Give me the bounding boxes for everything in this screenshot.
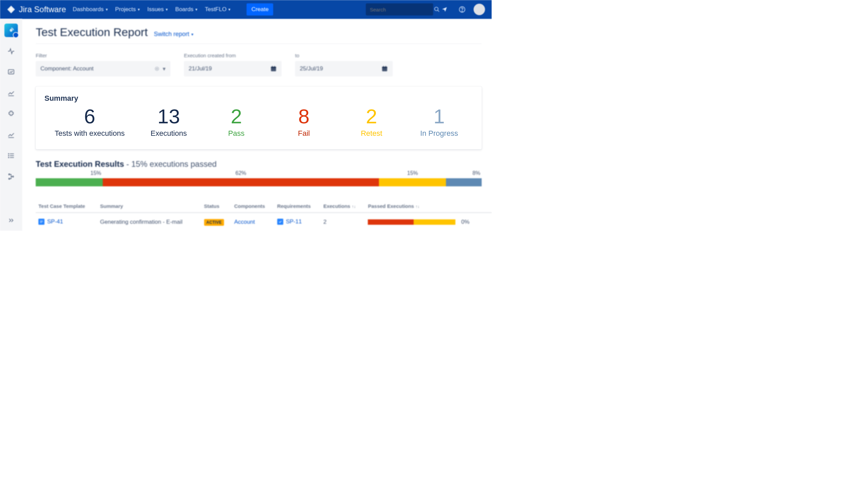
- nav-dashboards[interactable]: Dashboards▾: [73, 6, 108, 13]
- calendar-icon: [381, 65, 388, 72]
- nav-boards[interactable]: Boards▾: [175, 6, 197, 13]
- th-components[interactable]: Components: [231, 200, 274, 212]
- segment-pct: 15%: [407, 170, 418, 176]
- filter-value: Component: Account: [40, 65, 94, 72]
- chart-icon[interactable]: [4, 128, 18, 141]
- nav-issues[interactable]: Issues▾: [147, 6, 168, 13]
- segment-pct: 8%: [473, 170, 480, 176]
- segment-pct: 15%: [91, 170, 101, 176]
- svg-rect-19: [271, 67, 276, 68]
- chevron-down-icon: ▾: [191, 32, 193, 37]
- stat-value: 8: [280, 105, 327, 128]
- summary-stats-row: 6 Tests with executions13 Executions2 Pa…: [45, 105, 473, 138]
- date-to-input[interactable]: 25/Jul/19: [295, 61, 393, 76]
- svg-point-14: [13, 176, 14, 177]
- results-heading: Test Execution Results - 15% executions …: [36, 159, 492, 169]
- stat-label: Retest: [348, 129, 395, 138]
- stat-label: Pass: [213, 129, 260, 138]
- filter-label: Filter: [36, 53, 171, 58]
- stat-value: 2: [213, 105, 260, 128]
- chevron-down-icon: ▾: [163, 65, 166, 72]
- row-passed: 0%: [365, 212, 492, 231]
- date-to-field: to 25/Jul/19: [295, 53, 393, 76]
- th-passed[interactable]: Passed Executions↑↓: [365, 200, 492, 212]
- content-area: Test Execution Report Switch report ▾ Fi…: [22, 19, 492, 231]
- expand-sidebar-icon[interactable]: [7, 217, 15, 224]
- clear-icon[interactable]: [155, 66, 159, 71]
- hierarchy-icon[interactable]: [4, 170, 18, 183]
- summary-stat: 8 Fail: [280, 105, 327, 138]
- search-input[interactable]: [370, 7, 434, 13]
- th-requirements[interactable]: Requirements: [274, 200, 321, 212]
- date-to-value: 25/Jul/19: [300, 65, 323, 72]
- bar-segment-green: 15%: [36, 178, 103, 186]
- requirement-icon: [277, 219, 283, 225]
- bar-segment-amber: 15%: [379, 178, 446, 186]
- results-bar: 15%62%15%8%: [36, 178, 482, 186]
- page-title: Test Execution Report: [36, 25, 148, 39]
- th-summary[interactable]: Summary: [98, 200, 201, 212]
- stat-label: Tests with executions: [55, 129, 125, 138]
- svg-point-9: [8, 154, 9, 154]
- chevron-down-icon: ▾: [138, 7, 140, 12]
- addon-icon[interactable]: [4, 107, 18, 121]
- chevron-down-icon: ▾: [166, 7, 168, 12]
- reports-icon[interactable]: [4, 86, 18, 100]
- summary-stat: 6 Tests with executions: [55, 105, 125, 138]
- sort-icon: ↑↓: [415, 204, 419, 209]
- stat-value: 6: [55, 105, 125, 128]
- chevron-down-icon: ▾: [228, 7, 230, 12]
- nav-projects[interactable]: Projects▾: [115, 6, 140, 13]
- svg-rect-28: [40, 222, 42, 223]
- nav-items: Dashboards▾ Projects▾ Issues▾ Boards▾ Te…: [73, 3, 273, 16]
- th-tct[interactable]: Test Case Template: [36, 200, 98, 212]
- chevron-down-icon: ▾: [106, 7, 108, 12]
- bar-segment-red: 62%: [103, 178, 379, 186]
- app-switcher-icon[interactable]: [4, 23, 18, 37]
- passed-pct: 0%: [461, 219, 470, 225]
- nav-testflo[interactable]: TestFLO▾: [205, 6, 230, 13]
- filter-select[interactable]: Component: Account ▾: [36, 61, 171, 76]
- svg-point-11: [8, 157, 9, 158]
- summary-title: Summary: [45, 94, 473, 103]
- bar-segment-blue: 8%: [446, 178, 482, 186]
- page-header: Test Execution Report Switch report ▾: [36, 25, 482, 44]
- th-status[interactable]: Status: [201, 200, 232, 212]
- component-link[interactable]: Account: [234, 219, 255, 225]
- dashboard-icon[interactable]: [4, 65, 18, 79]
- product-name: Jira Software: [19, 5, 66, 14]
- mini-bar: [368, 219, 455, 225]
- left-sidebar: [0, 19, 22, 231]
- stat-label: In Progress: [415, 129, 463, 138]
- summary-stat: 13 Executions: [145, 105, 192, 138]
- calendar-icon: [270, 65, 277, 72]
- tct-key: SP-41: [47, 218, 63, 225]
- switch-report-link[interactable]: Switch report ▾: [154, 31, 193, 38]
- chevron-down-icon: ▾: [195, 7, 197, 12]
- th-executions[interactable]: Executions↑↓: [321, 200, 366, 212]
- results-table: Test Case Template Summary Status Compon…: [36, 200, 492, 231]
- row-summary: Generating confirmation - E-mail: [98, 212, 201, 231]
- row-executions: 2: [321, 212, 366, 231]
- sort-icon: ↑↓: [352, 204, 356, 209]
- date-from-input[interactable]: 21/Jul/19: [184, 61, 282, 76]
- create-button[interactable]: Create: [247, 3, 273, 16]
- svg-rect-23: [382, 67, 387, 68]
- svg-point-0: [435, 7, 438, 11]
- user-avatar[interactable]: [474, 4, 485, 15]
- svg-point-3: [462, 11, 462, 12]
- date-to-label: to: [295, 53, 393, 58]
- search-box[interactable]: [366, 3, 433, 16]
- activity-icon[interactable]: [4, 45, 18, 58]
- svg-rect-26: [40, 221, 43, 221]
- results-heading-bold: Test Execution Results: [36, 159, 124, 169]
- svg-rect-5: [8, 70, 14, 74]
- tct-link[interactable]: SP-41: [38, 218, 63, 225]
- list-icon[interactable]: [4, 149, 18, 163]
- help-icon[interactable]: [456, 3, 468, 16]
- stat-value: 2: [348, 105, 395, 128]
- notifications-icon[interactable]: [439, 3, 451, 16]
- product-logo[interactable]: Jira Software: [7, 5, 66, 14]
- jira-logo-icon: [7, 5, 16, 14]
- requirement-link[interactable]: SP-11: [277, 218, 302, 225]
